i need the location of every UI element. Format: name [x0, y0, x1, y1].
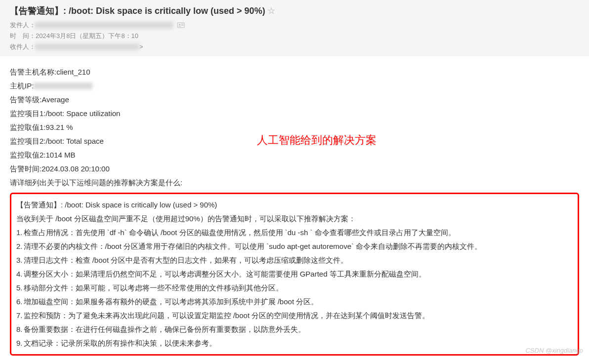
watermark: CSDN @xingdiango [525, 344, 583, 358]
email-header: 【告警通知】: /boot: Disk space is critically … [0, 0, 589, 56]
item2-value: /boot: Total space [46, 134, 104, 148]
host-ip-redacted [34, 82, 93, 89]
recipient-suffix: > [139, 41, 143, 52]
solution-item-9: 9.文档记录：记录所采取的所有操作和决策，以便未来参考。 [16, 336, 573, 350]
star-icon[interactable]: ☆ [267, 5, 275, 16]
value2-line: 监控取值2: 1014 MB [10, 148, 579, 162]
alert-level-value: Average [42, 93, 69, 107]
solution-item-8: 8.备份重要数据：在进行任何磁盘操作之前，确保已备份所有重要数据，以防意外丢失。 [16, 323, 573, 336]
solution-item-6: 6.增加磁盘空间：如果服务器有额外的硬盘，可以考虑将其添加到系统中并扩展 /bo… [16, 295, 573, 309]
sender-label: 发件人： [10, 20, 36, 31]
solution-item-5: 5.移动部分文件：如果可能，可以考虑将一些不经常使用的文件移动到其他分区。 [16, 281, 573, 295]
solution-item-3: 3.清理日志文件：检查 /boot 分区中是否有大型的日志文件，如果有，可以考虑… [16, 253, 573, 267]
time-value: 2024年3月8日（星期五）下午8：10 [36, 31, 138, 41]
prompt-text: 请详细列出关于以下运维问题的推荐解决方案是什么: [10, 176, 182, 190]
value1-value: 93.21 % [46, 121, 73, 134]
time-row: 时 间： 2024年3月8日（星期五）下午8：10 [10, 31, 579, 41]
svg-rect-3 [181, 25, 184, 26]
value1-line: 监控取值1: 93.21 % [10, 121, 579, 134]
solution-item-1: 1.检查占用情况：首先使用 `df -h` 命令确认 /boot 分区的磁盘使用… [16, 226, 573, 240]
email-meta: 发件人： 时 间： 2024年3月8日（星期五）下午8：10 收件人： > [10, 20, 579, 52]
prompt-line: 请详细列出关于以下运维问题的推荐解决方案是什么: [10, 176, 579, 190]
solution-item-4: 4.调整分区大小：如果清理后仍然空间不足，可以考虑调整分区大小。这可能需要使用 … [16, 267, 573, 281]
item1-line: 监控项目1: /boot: Space utilization [10, 107, 579, 121]
solution-item-7: 7.监控和预防：为了避免未来再次出现此问题，可以设置定期监控 /boot 分区的… [16, 309, 573, 323]
time-label: 时 间： [10, 31, 36, 41]
sender-redacted [36, 22, 174, 29]
solution-box: 【告警通知】: /boot: Disk space is critically … [10, 193, 579, 356]
item1-label: 监控项目1: [10, 107, 46, 121]
alert-time-line: 告警时间: 2024.03.08 20:10:00 [10, 162, 579, 176]
host-ip-line: 主机IP: [10, 79, 579, 93]
ai-annotation: 人工智能给到的解决方案 [257, 133, 377, 147]
value1-label: 监控取值1: [10, 121, 46, 134]
alert-time-value: 2024.03.08 20:10:00 [42, 162, 110, 176]
email-body: 人工智能给到的解决方案 告警主机名称: client_210 主机IP: 告警等… [0, 56, 589, 361]
host-ip-label: 主机IP: [10, 79, 34, 93]
host-name-label: 告警主机名称: [10, 65, 56, 79]
item1-value: /boot: Space utilization [46, 107, 121, 121]
recipient-row: 收件人： > [10, 41, 579, 52]
recipient-label: 收件人： [10, 41, 36, 52]
solution-item-2: 2.清理不必要的内核文件：/boot 分区通常用于存储旧的内核文件。可以使用 `… [16, 240, 573, 253]
contact-card-icon[interactable] [177, 21, 185, 29]
svg-point-1 [179, 24, 180, 26]
host-name-line: 告警主机名称: client_210 [10, 65, 579, 79]
svg-rect-2 [181, 24, 184, 25]
email-subject: 【告警通知】: /boot: Disk space is critically … [10, 5, 579, 17]
solution-intro: 当收到关于 /boot 分区磁盘空间严重不足（使用超过90%）的告警通知时，可以… [16, 212, 573, 226]
host-name-value: client_210 [56, 65, 90, 79]
value2-label: 监控取值2: [10, 148, 46, 162]
sender-row: 发件人： [10, 20, 579, 31]
alert-level-line: 告警等级: Average [10, 93, 579, 107]
solution-title: 【告警通知】: /boot: Disk space is critically … [16, 198, 573, 212]
alert-time-label: 告警时间: [10, 162, 42, 176]
item2-label: 监控项目2: [10, 134, 46, 148]
subject-text: 【告警通知】: /boot: Disk space is critically … [10, 5, 265, 17]
value2-value: 1014 MB [46, 148, 76, 162]
recipient-redacted [36, 43, 139, 50]
alert-level-label: 告警等级: [10, 93, 42, 107]
